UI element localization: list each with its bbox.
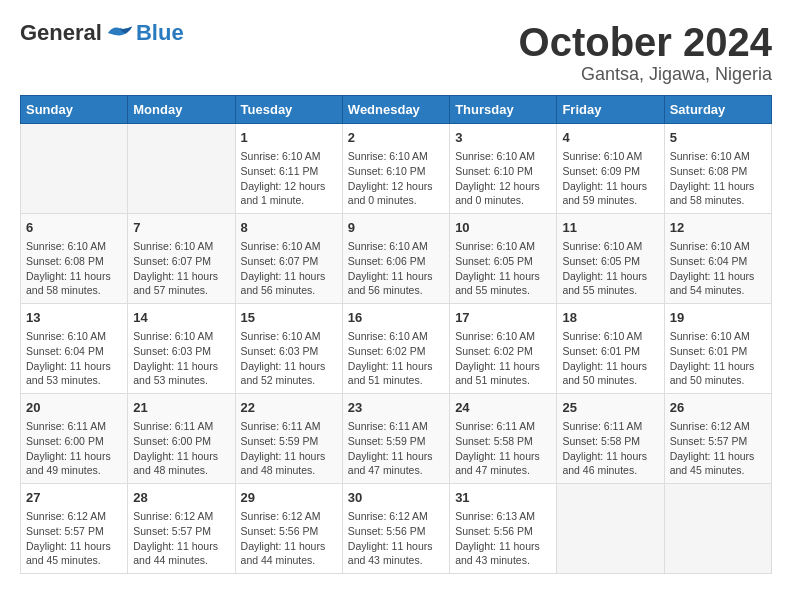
day-number-17: 17	[455, 309, 551, 327]
day-info-5: Sunrise: 6:10 AM Sunset: 6:08 PM Dayligh…	[670, 149, 766, 208]
day-cell-7: 7Sunrise: 6:10 AM Sunset: 6:07 PM Daylig…	[128, 214, 235, 304]
day-cell-30: 30Sunrise: 6:12 AM Sunset: 5:56 PM Dayli…	[342, 484, 449, 574]
day-info-19: Sunrise: 6:10 AM Sunset: 6:01 PM Dayligh…	[670, 329, 766, 388]
weekday-tuesday: Tuesday	[235, 96, 342, 124]
day-cell-26: 26Sunrise: 6:12 AM Sunset: 5:57 PM Dayli…	[664, 394, 771, 484]
weekday-wednesday: Wednesday	[342, 96, 449, 124]
week-row-1: 1Sunrise: 6:10 AM Sunset: 6:11 PM Daylig…	[21, 124, 772, 214]
day-number-3: 3	[455, 129, 551, 147]
day-number-12: 12	[670, 219, 766, 237]
day-number-7: 7	[133, 219, 229, 237]
day-cell-24: 24Sunrise: 6:11 AM Sunset: 5:58 PM Dayli…	[450, 394, 557, 484]
day-info-31: Sunrise: 6:13 AM Sunset: 5:56 PM Dayligh…	[455, 509, 551, 568]
day-number-5: 5	[670, 129, 766, 147]
day-number-28: 28	[133, 489, 229, 507]
week-row-3: 13Sunrise: 6:10 AM Sunset: 6:04 PM Dayli…	[21, 304, 772, 394]
day-cell-10: 10Sunrise: 6:10 AM Sunset: 6:05 PM Dayli…	[450, 214, 557, 304]
day-cell-14: 14Sunrise: 6:10 AM Sunset: 6:03 PM Dayli…	[128, 304, 235, 394]
day-cell-22: 22Sunrise: 6:11 AM Sunset: 5:59 PM Dayli…	[235, 394, 342, 484]
day-info-11: Sunrise: 6:10 AM Sunset: 6:05 PM Dayligh…	[562, 239, 658, 298]
month-year-title: October 2024	[519, 20, 772, 64]
day-cell-19: 19Sunrise: 6:10 AM Sunset: 6:01 PM Dayli…	[664, 304, 771, 394]
empty-cell	[21, 124, 128, 214]
weekday-thursday: Thursday	[450, 96, 557, 124]
day-info-24: Sunrise: 6:11 AM Sunset: 5:58 PM Dayligh…	[455, 419, 551, 478]
day-number-21: 21	[133, 399, 229, 417]
weekday-header-row: SundayMondayTuesdayWednesdayThursdayFrid…	[21, 96, 772, 124]
day-number-16: 16	[348, 309, 444, 327]
day-number-13: 13	[26, 309, 122, 327]
day-info-2: Sunrise: 6:10 AM Sunset: 6:10 PM Dayligh…	[348, 149, 444, 208]
day-info-27: Sunrise: 6:12 AM Sunset: 5:57 PM Dayligh…	[26, 509, 122, 568]
day-number-11: 11	[562, 219, 658, 237]
day-info-13: Sunrise: 6:10 AM Sunset: 6:04 PM Dayligh…	[26, 329, 122, 388]
day-info-8: Sunrise: 6:10 AM Sunset: 6:07 PM Dayligh…	[241, 239, 337, 298]
day-cell-3: 3Sunrise: 6:10 AM Sunset: 6:10 PM Daylig…	[450, 124, 557, 214]
title-section: October 2024 Gantsa, Jigawa, Nigeria	[519, 20, 772, 85]
day-info-3: Sunrise: 6:10 AM Sunset: 6:10 PM Dayligh…	[455, 149, 551, 208]
day-number-15: 15	[241, 309, 337, 327]
day-info-30: Sunrise: 6:12 AM Sunset: 5:56 PM Dayligh…	[348, 509, 444, 568]
day-info-15: Sunrise: 6:10 AM Sunset: 6:03 PM Dayligh…	[241, 329, 337, 388]
day-info-14: Sunrise: 6:10 AM Sunset: 6:03 PM Dayligh…	[133, 329, 229, 388]
day-info-23: Sunrise: 6:11 AM Sunset: 5:59 PM Dayligh…	[348, 419, 444, 478]
day-cell-27: 27Sunrise: 6:12 AM Sunset: 5:57 PM Dayli…	[21, 484, 128, 574]
day-info-12: Sunrise: 6:10 AM Sunset: 6:04 PM Dayligh…	[670, 239, 766, 298]
empty-cell	[557, 484, 664, 574]
day-cell-13: 13Sunrise: 6:10 AM Sunset: 6:04 PM Dayli…	[21, 304, 128, 394]
weekday-friday: Friday	[557, 96, 664, 124]
week-row-4: 20Sunrise: 6:11 AM Sunset: 6:00 PM Dayli…	[21, 394, 772, 484]
empty-cell	[664, 484, 771, 574]
day-number-9: 9	[348, 219, 444, 237]
day-number-26: 26	[670, 399, 766, 417]
day-cell-25: 25Sunrise: 6:11 AM Sunset: 5:58 PM Dayli…	[557, 394, 664, 484]
day-cell-1: 1Sunrise: 6:10 AM Sunset: 6:11 PM Daylig…	[235, 124, 342, 214]
day-number-20: 20	[26, 399, 122, 417]
day-info-21: Sunrise: 6:11 AM Sunset: 6:00 PM Dayligh…	[133, 419, 229, 478]
day-info-1: Sunrise: 6:10 AM Sunset: 6:11 PM Dayligh…	[241, 149, 337, 208]
logo-general-text: General	[20, 20, 102, 46]
day-cell-23: 23Sunrise: 6:11 AM Sunset: 5:59 PM Dayli…	[342, 394, 449, 484]
day-cell-6: 6Sunrise: 6:10 AM Sunset: 6:08 PM Daylig…	[21, 214, 128, 304]
day-info-16: Sunrise: 6:10 AM Sunset: 6:02 PM Dayligh…	[348, 329, 444, 388]
day-info-29: Sunrise: 6:12 AM Sunset: 5:56 PM Dayligh…	[241, 509, 337, 568]
day-number-8: 8	[241, 219, 337, 237]
day-number-22: 22	[241, 399, 337, 417]
day-info-18: Sunrise: 6:10 AM Sunset: 6:01 PM Dayligh…	[562, 329, 658, 388]
day-cell-20: 20Sunrise: 6:11 AM Sunset: 6:00 PM Dayli…	[21, 394, 128, 484]
calendar-table: SundayMondayTuesdayWednesdayThursdayFrid…	[20, 95, 772, 574]
week-row-5: 27Sunrise: 6:12 AM Sunset: 5:57 PM Dayli…	[21, 484, 772, 574]
day-info-22: Sunrise: 6:11 AM Sunset: 5:59 PM Dayligh…	[241, 419, 337, 478]
logo-blue-text: Blue	[136, 20, 184, 46]
day-number-19: 19	[670, 309, 766, 327]
week-row-2: 6Sunrise: 6:10 AM Sunset: 6:08 PM Daylig…	[21, 214, 772, 304]
day-number-30: 30	[348, 489, 444, 507]
day-number-14: 14	[133, 309, 229, 327]
day-cell-11: 11Sunrise: 6:10 AM Sunset: 6:05 PM Dayli…	[557, 214, 664, 304]
day-number-18: 18	[562, 309, 658, 327]
day-number-31: 31	[455, 489, 551, 507]
day-number-4: 4	[562, 129, 658, 147]
day-info-26: Sunrise: 6:12 AM Sunset: 5:57 PM Dayligh…	[670, 419, 766, 478]
day-cell-4: 4Sunrise: 6:10 AM Sunset: 6:09 PM Daylig…	[557, 124, 664, 214]
day-number-10: 10	[455, 219, 551, 237]
day-number-24: 24	[455, 399, 551, 417]
day-number-1: 1	[241, 129, 337, 147]
weekday-sunday: Sunday	[21, 96, 128, 124]
day-info-25: Sunrise: 6:11 AM Sunset: 5:58 PM Dayligh…	[562, 419, 658, 478]
day-info-10: Sunrise: 6:10 AM Sunset: 6:05 PM Dayligh…	[455, 239, 551, 298]
day-number-2: 2	[348, 129, 444, 147]
day-info-6: Sunrise: 6:10 AM Sunset: 6:08 PM Dayligh…	[26, 239, 122, 298]
day-cell-29: 29Sunrise: 6:12 AM Sunset: 5:56 PM Dayli…	[235, 484, 342, 574]
day-cell-2: 2Sunrise: 6:10 AM Sunset: 6:10 PM Daylig…	[342, 124, 449, 214]
weekday-saturday: Saturday	[664, 96, 771, 124]
day-cell-9: 9Sunrise: 6:10 AM Sunset: 6:06 PM Daylig…	[342, 214, 449, 304]
page-header: General Blue October 2024 Gantsa, Jigawa…	[20, 20, 772, 85]
day-number-25: 25	[562, 399, 658, 417]
empty-cell	[128, 124, 235, 214]
day-info-7: Sunrise: 6:10 AM Sunset: 6:07 PM Dayligh…	[133, 239, 229, 298]
day-number-27: 27	[26, 489, 122, 507]
logo: General Blue	[20, 20, 184, 46]
day-cell-5: 5Sunrise: 6:10 AM Sunset: 6:08 PM Daylig…	[664, 124, 771, 214]
day-number-29: 29	[241, 489, 337, 507]
